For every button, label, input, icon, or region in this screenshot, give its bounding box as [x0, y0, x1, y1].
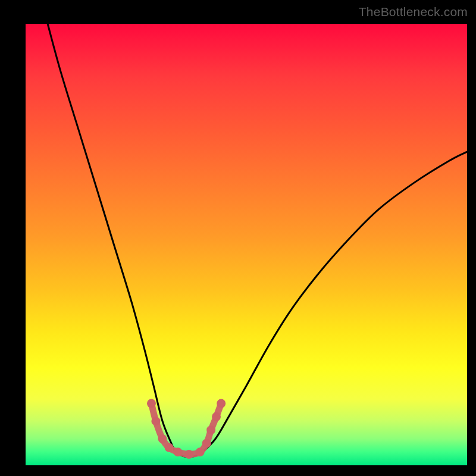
highlight-dot [173, 447, 182, 456]
highlight-dot [212, 412, 221, 421]
highlight-dot [206, 425, 215, 434]
plot-area [26, 24, 467, 465]
highlight-dot [165, 443, 174, 452]
highlight-dot [158, 434, 167, 443]
bottleneck-curve [48, 24, 467, 457]
chart-frame: TheBottleneck.com [0, 0, 476, 476]
highlight-dot [202, 439, 211, 447]
highlight-dot [196, 447, 205, 456]
chart-svg [26, 24, 467, 465]
highlight-dot [147, 399, 156, 408]
highlight-dot [151, 416, 160, 425]
highlight-dot [217, 399, 226, 408]
highlight-dot [184, 450, 193, 459]
watermark: TheBottleneck.com [359, 5, 468, 19]
